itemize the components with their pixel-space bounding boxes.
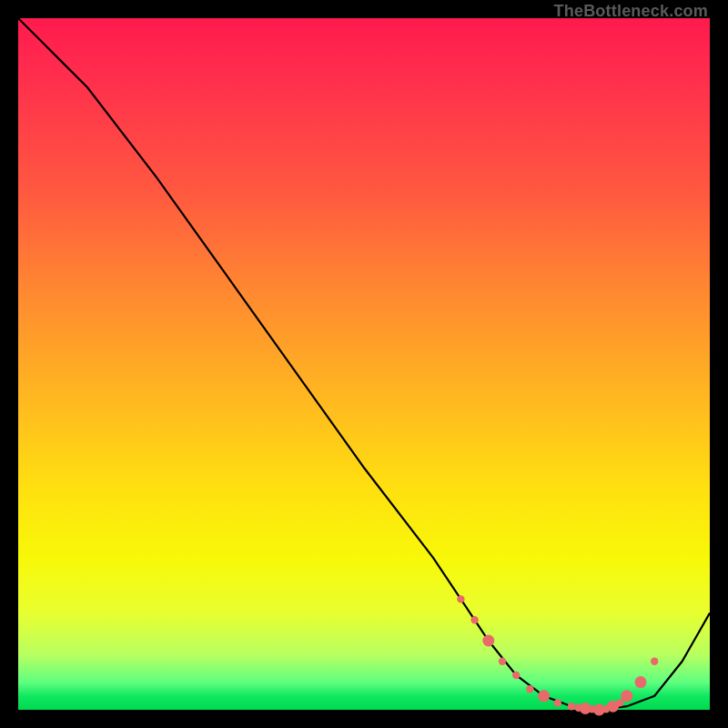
marker-dot: [512, 672, 520, 679]
marker-dot: [616, 699, 623, 706]
marker-dot: [470, 616, 478, 623]
curve-path: [18, 18, 710, 710]
curve-markers: [457, 595, 658, 715]
marker-dot: [499, 658, 506, 665]
marker-dot: [651, 658, 658, 665]
marker-dot: [526, 685, 533, 693]
marker-dot: [482, 635, 494, 647]
marker-dot: [635, 676, 647, 688]
line-chart-svg: [18, 18, 710, 710]
attribution-text: TheBottleneck.com: [554, 2, 708, 21]
marker-dot: [554, 699, 561, 706]
marker-dot: [621, 690, 632, 702]
marker-dot: [568, 703, 575, 710]
plot-area: [18, 18, 710, 710]
marker-dot: [538, 690, 550, 702]
chart-frame: TheBottleneck.com: [0, 0, 728, 728]
marker-dot: [457, 595, 464, 602]
